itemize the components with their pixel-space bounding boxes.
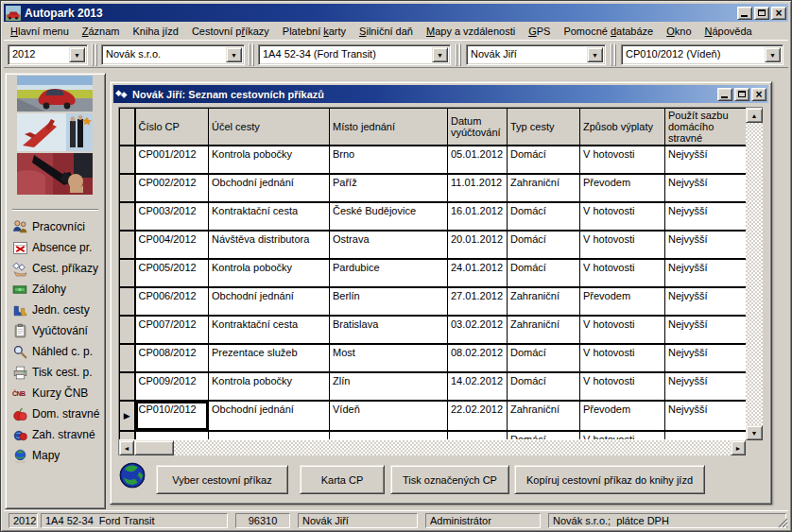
sidebar-item-zah-stravne[interactable]: Zah. stravné [12, 424, 103, 445]
cell[interactable] [448, 431, 508, 439]
select-all-corner[interactable] [120, 109, 135, 146]
cell[interactable] [665, 431, 747, 439]
chevron-down-icon[interactable]: ▼ [69, 47, 85, 62]
cell[interactable]: 27.01.2012 [448, 287, 508, 316]
sidebar-item-kurzy-cnb[interactable]: ČNB Kurzy ČNB [12, 383, 103, 403]
cell[interactable]: Domácí [508, 372, 580, 401]
menu-gps[interactable]: GPS [522, 24, 557, 39]
menu-cestovni-prikazy[interactable]: Cestovní příkazy [185, 24, 276, 39]
trip-card-button[interactable]: Karta CP [300, 465, 385, 494]
menu-zaznam[interactable]: Záznam [76, 24, 127, 39]
minimize-button[interactable] [737, 7, 752, 20]
cell[interactable]: CP001/2012 [135, 146, 209, 174]
cell[interactable]: Nejvyšší [665, 287, 747, 316]
menu-pomocne-databaze[interactable]: Pomocné databáze [557, 24, 660, 39]
cell[interactable]: Zahraniční [508, 174, 580, 202]
cell[interactable] [209, 431, 330, 439]
cell[interactable]: Kontrola pobočky [209, 259, 330, 287]
print-marked-button[interactable]: Tisk označených CP [390, 465, 509, 494]
person-combobox[interactable]: Novák Jiří ▼ [466, 44, 606, 65]
column-header[interactable]: Datum vyúčtování [448, 109, 508, 146]
cell[interactable]: 20.01.2012 [448, 231, 508, 259]
close-button[interactable]: × [751, 88, 766, 101]
row-selector[interactable] [120, 431, 135, 439]
sidebar-item-nahled-cp[interactable]: Náhled c. p. [12, 341, 103, 362]
scroll-down-button[interactable]: ▼ [746, 425, 763, 440]
row-selector[interactable] [120, 372, 135, 401]
cell[interactable]: Nejvyšší [665, 202, 747, 231]
cell[interactable]: V hotovosti [580, 231, 665, 259]
cell[interactable]: 16.01.2012 [448, 202, 508, 231]
column-header[interactable]: Číslo CP [135, 109, 209, 146]
app-titlebar[interactable]: Autopark 2013 × [4, 4, 788, 22]
menu-platebni-karty[interactable]: Platební karty [276, 24, 353, 39]
cell[interactable]: V hotovosti [580, 344, 665, 372]
trip-list-titlebar[interactable]: Novák Jiří: Seznam cestovních příkazů × [113, 85, 768, 103]
cell[interactable]: Brno [330, 146, 448, 174]
row-selector[interactable] [120, 287, 135, 316]
menu-silnicni-dan[interactable]: Silniční daň [353, 24, 420, 39]
cell[interactable]: V hotovosti [580, 146, 665, 174]
cell[interactable]: 22.02.2012 [448, 401, 508, 431]
sidebar-item-jedn-cesty[interactable]: Jedn. cesty [12, 300, 103, 320]
cell-focused[interactable]: CP010/2012 [135, 401, 209, 431]
scroll-right-button[interactable]: ► [731, 440, 746, 455]
menu-hlavni-menu[interactable]: Hlavní menu [4, 24, 76, 39]
sidebar-item-pracovnici[interactable]: Pracovníci [12, 216, 103, 237]
column-header[interactable]: Způsob výplaty [580, 109, 665, 146]
column-header[interactable]: Typ cesty [508, 109, 580, 146]
trip-combobox[interactable]: CP010/2012 (Vídeň) ▼ [621, 44, 783, 65]
column-header[interactable]: Místo jednání [330, 109, 448, 146]
vertical-scrollbar[interactable]: ▲ ▼ [746, 108, 763, 440]
cell[interactable]: 05.01.2012 [448, 146, 508, 174]
cell[interactable]: Převodem [580, 174, 665, 202]
cell[interactable]: Obchodní jednání [209, 401, 330, 431]
row-selector[interactable] [120, 146, 135, 174]
cell[interactable]: CP009/2012 [135, 372, 209, 401]
cell[interactable]: CP003/2012 [135, 202, 209, 231]
row-selector[interactable] [120, 231, 135, 259]
cell[interactable]: Domácí [508, 231, 580, 259]
vehicle-combobox[interactable]: 1A4 52-34 (Ford Transit) ▼ [258, 44, 451, 65]
resize-grip[interactable] [777, 517, 788, 528]
year-combobox[interactable]: 2012 ▼ [8, 44, 88, 65]
sidebar-item-zalohy[interactable]: Zálohy [12, 279, 103, 300]
maximize-button[interactable] [734, 88, 749, 101]
cell[interactable]: V hotovosti [580, 372, 665, 401]
chevron-down-icon[interactable]: ▼ [765, 47, 781, 62]
cell[interactable]: České Budějovice [330, 202, 448, 231]
cell[interactable]: Ostrava [330, 231, 448, 259]
scroll-up-button[interactable]: ▲ [746, 108, 763, 123]
sidebar-item-dom-stravne[interactable]: Dom. stravné [12, 403, 103, 424]
cell[interactable]: Bratislava [330, 316, 448, 344]
copy-to-logbook-button[interactable]: Kopíruj cestovní příkaz do knihy jízd [514, 465, 705, 494]
cell[interactable]: Pardubice [330, 259, 448, 287]
cell[interactable]: Převodem [580, 401, 665, 431]
cell[interactable]: CP008/2012 [135, 344, 209, 372]
cell[interactable]: 24.01.2012 [448, 259, 508, 287]
cell[interactable]: Zahraniční [508, 287, 580, 316]
column-header[interactable]: Účel cesty [209, 109, 330, 146]
sidebar-item-absence[interactable]: Absence pr. [12, 237, 103, 258]
minimize-button[interactable] [717, 88, 732, 101]
menu-napoveda[interactable]: Nápověda [698, 24, 759, 39]
cell[interactable]: Domácí [508, 202, 580, 231]
cell[interactable]: CP005/2012 [135, 259, 209, 287]
row-selector[interactable] [120, 202, 135, 231]
row-selector[interactable] [120, 344, 135, 372]
company-combobox[interactable]: Novák s.r.o. ▼ [101, 44, 245, 65]
cell[interactable]: Kontraktační cesta [209, 316, 330, 344]
chevron-down-icon[interactable]: ▼ [226, 47, 242, 62]
cell[interactable]: Domácí [508, 259, 580, 287]
cell[interactable]: Nejvyšší [665, 344, 747, 372]
cell[interactable]: Nejvyšší [665, 372, 747, 401]
sidebar-item-mapy[interactable]: Mapy [12, 445, 103, 466]
chevron-down-icon[interactable]: ▼ [587, 47, 603, 62]
cell[interactable]: Kontrola pobočky [209, 372, 330, 401]
cell[interactable]: Prezentace služeb [209, 344, 330, 372]
cell[interactable]: CP007/2012 [135, 316, 209, 344]
cell[interactable] [135, 431, 209, 439]
sidebar-item-vyuctovani[interactable]: Vyúčtování [12, 320, 103, 341]
cell[interactable]: Domácí [508, 344, 580, 372]
close-button[interactable]: × [771, 7, 786, 20]
